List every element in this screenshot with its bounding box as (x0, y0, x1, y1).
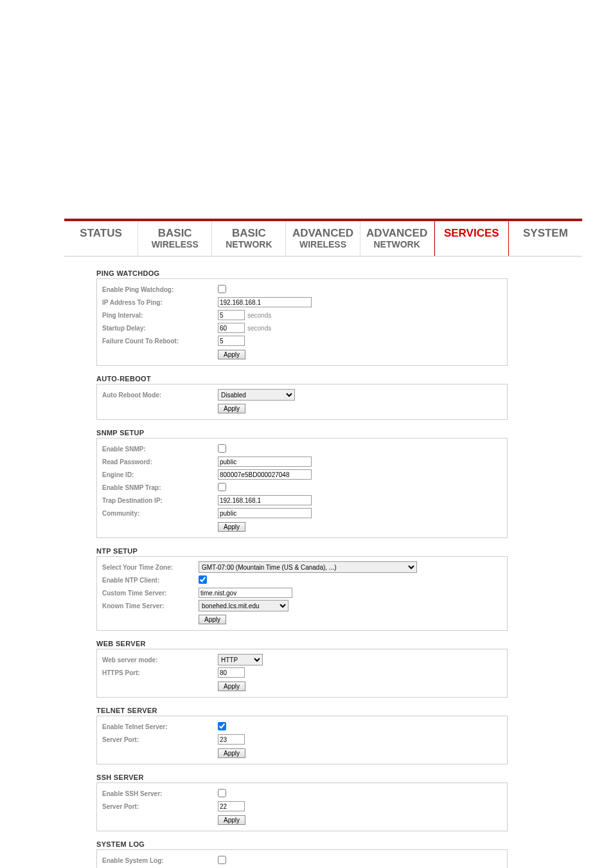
ntp-apply-button[interactable]: Apply (199, 615, 226, 624)
ssh-enable-label: Enable SSH Server: (102, 790, 218, 797)
web-port-input[interactable] (218, 667, 245, 678)
auto-mode-select[interactable]: Disabled (218, 389, 295, 401)
tab-system[interactable]: SYSTEM (509, 221, 582, 256)
ntp-known-select[interactable]: bonehed.lcs.mit.edu (199, 600, 289, 611)
snmp-read-input[interactable] (218, 457, 312, 467)
ping-enable-label: Enable Ping Watchdog: (102, 286, 218, 293)
ssh-port-label: Server Port: (102, 803, 218, 810)
snmp-enable-label: Enable SNMP: (102, 446, 218, 453)
auto-mode-label: Auto Reboot Mode: (102, 392, 218, 399)
syslog-enable-label: Enable System Log: (102, 857, 218, 864)
snmp-engine-input[interactable] (218, 469, 312, 480)
ntp-custom-input[interactable] (199, 588, 292, 598)
ntp-known-label: Known Time Server: (102, 602, 199, 610)
web-mode-select[interactable]: HTTP (218, 654, 263, 665)
web-port-label: HTTPS Port: (102, 669, 218, 676)
seconds-unit: seconds (247, 325, 271, 332)
ssh-apply-button[interactable]: Apply (218, 815, 245, 825)
snmp-box: Enable SNMP: Read Password: Engine ID: E… (96, 438, 508, 538)
telnet-port-input[interactable] (218, 734, 245, 745)
ping-ip-label: IP Address To Ping: (102, 299, 218, 306)
ntp-tz-select[interactable]: GMT-07:00 (Mountain Time (US & Canada), … (199, 561, 417, 573)
ssh-title: SSH SERVER (96, 773, 508, 781)
tab-status[interactable]: STATUS (64, 221, 138, 256)
web-apply-button[interactable]: Apply (218, 682, 245, 691)
ping-watchdog-box: Enable Ping Watchdog: IP Address To Ping… (96, 278, 508, 366)
telnet-title: TELNET SERVER (96, 707, 508, 714)
seconds-unit: seconds (247, 312, 271, 319)
auto-apply-button[interactable]: Apply (218, 404, 245, 413)
ping-ip-input[interactable] (218, 297, 312, 307)
tab-services[interactable]: SERVICES (434, 221, 509, 256)
ping-watchdog-title: PING WATCHDOG (96, 269, 508, 277)
snmp-trap-enable-label: Enable SNMP Trap: (102, 484, 218, 491)
snmp-trap-enable-checkbox[interactable] (218, 483, 226, 491)
telnet-enable-checkbox[interactable] (218, 722, 226, 730)
snmp-community-label: Community: (102, 510, 218, 517)
main-tabs: STATUS BASICWIRELESS BASICNETWORK ADVANC… (64, 221, 582, 257)
ping-startup-input[interactable] (218, 323, 245, 333)
ntp-enable-checkbox[interactable] (199, 575, 207, 584)
snmp-trap-ip-label: Trap Destination IP: (102, 497, 218, 504)
tab-advanced-network[interactable]: ADVANCEDNETWORK (360, 221, 434, 256)
snmp-apply-button[interactable]: Apply (218, 522, 245, 532)
snmp-engine-label: Engine ID: (102, 471, 218, 478)
ping-apply-button[interactable]: Apply (218, 350, 245, 359)
syslog-box: Enable System Log: Logging IP/Domain Nam… (96, 849, 508, 868)
ping-enable-checkbox[interactable] (218, 285, 226, 293)
syslog-enable-checkbox[interactable] (218, 856, 226, 864)
ntp-enable-label: Enable NTP Client: (102, 577, 199, 584)
ping-interval-label: Ping Interval: (102, 312, 218, 319)
web-mode-label: Web server mode: (102, 656, 218, 664)
ntp-custom-label: Custom Time Server: (102, 590, 199, 597)
ping-interval-input[interactable] (218, 310, 245, 320)
syslog-title: SYSTEM LOG (96, 840, 508, 848)
ssh-port-input[interactable] (218, 801, 245, 811)
ssh-box: Enable SSH Server: Server Port: Apply (96, 782, 508, 831)
auto-reboot-box: Auto Reboot Mode:Disabled Apply (96, 384, 508, 420)
ssh-enable-checkbox[interactable] (218, 789, 226, 797)
ping-failure-input[interactable] (218, 336, 245, 346)
snmp-enable-checkbox[interactable] (218, 444, 226, 453)
snmp-trap-ip-input[interactable] (218, 495, 312, 505)
ntp-title: NTP SETUP (96, 547, 508, 555)
telnet-enable-label: Enable Telnet Server: (102, 723, 218, 730)
ntp-box: Select Your Time Zone:GMT-07:00 (Mountai… (96, 556, 508, 631)
telnet-port-label: Server Port: (102, 736, 218, 743)
telnet-apply-button[interactable]: Apply (218, 748, 245, 758)
auto-reboot-title: AUTO-REBOOT (96, 375, 508, 383)
tab-advanced-wireless[interactable]: ADVANCEDWIRELESS (286, 221, 360, 256)
snmp-community-input[interactable] (218, 508, 312, 518)
ping-startup-label: Startup Delay: (102, 325, 218, 332)
tab-basic-wireless[interactable]: BASICWIRELESS (138, 221, 212, 256)
web-box: Web server mode:HTTP HTTPS Port: Apply (96, 649, 508, 698)
snmp-read-label: Read Password: (102, 458, 218, 466)
telnet-box: Enable Telnet Server: Server Port: Apply (96, 716, 508, 764)
ntp-tz-label: Select Your Time Zone: (102, 564, 199, 571)
tab-basic-network[interactable]: BASICNETWORK (212, 221, 286, 256)
snmp-title: SNMP SETUP (96, 429, 508, 437)
web-title: WEB SERVER (96, 640, 508, 647)
ping-failure-label: Failure Count To Reboot: (102, 338, 218, 345)
